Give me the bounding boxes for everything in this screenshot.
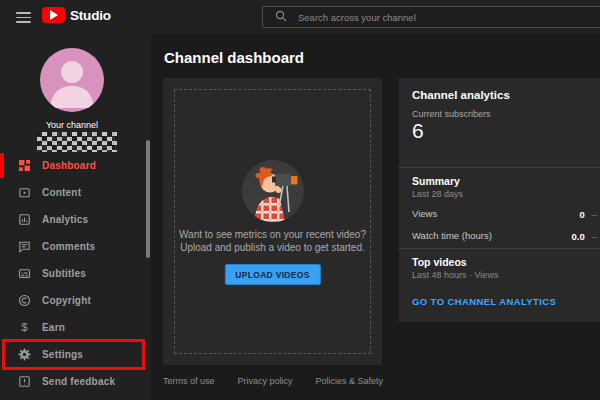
sidebar-item-label: Comments bbox=[42, 241, 95, 252]
earn-dollar-icon: $ bbox=[17, 321, 31, 335]
sidebar-item-send-feedback[interactable]: Send feedback bbox=[0, 368, 151, 395]
sidebar-item-label: Settings bbox=[42, 349, 83, 360]
analytics-card-title: Channel analytics bbox=[412, 89, 510, 101]
views-label: Views bbox=[412, 208, 437, 219]
sidebar-item-earn[interactable]: $ Earn bbox=[0, 314, 151, 341]
channel-name-redacted bbox=[37, 132, 117, 152]
go-to-channel-analytics-link[interactable]: GO TO CHANNEL ANALYTICS bbox=[412, 296, 556, 307]
hamburger-menu-icon[interactable] bbox=[16, 12, 31, 23]
svg-text:$: $ bbox=[21, 321, 28, 333]
sidebar-item-copyright[interactable]: Copyright bbox=[0, 287, 151, 314]
sidebar-item-label: Subtitles bbox=[42, 268, 86, 279]
sidebar-item-analytics[interactable]: Analytics bbox=[0, 206, 151, 233]
channel-analytics-card: Channel analytics Current subscribers 6 … bbox=[399, 78, 600, 322]
copyright-icon bbox=[17, 294, 31, 308]
watch-time-label: Watch time (hours) bbox=[412, 230, 492, 241]
views-value: 0 bbox=[579, 209, 584, 220]
topbar: Studio bbox=[0, 0, 600, 34]
views-row: Views 0– bbox=[412, 204, 597, 222]
analytics-icon bbox=[17, 213, 31, 227]
current-subscribers-value: 6 bbox=[412, 119, 424, 143]
empty-state-message: Want to see metrics on your recent video… bbox=[163, 228, 382, 254]
upload-videos-button[interactable]: UPLOAD VIDEOS bbox=[224, 264, 320, 285]
sidebar-item-label: Content bbox=[42, 187, 81, 198]
comments-icon bbox=[17, 240, 31, 254]
sidebar-item-content[interactable]: Content bbox=[0, 179, 151, 206]
divider bbox=[399, 167, 600, 168]
summary-title: Summary bbox=[412, 175, 460, 187]
top-videos-period: Last 48 hours · Views bbox=[412, 270, 498, 280]
policies-safety-link[interactable]: Policies & Safety bbox=[316, 376, 384, 386]
sidebar-item-label: Analytics bbox=[42, 214, 88, 225]
current-subscribers-label: Current subscribers bbox=[412, 109, 491, 119]
youtube-studio-logo[interactable]: Studio bbox=[42, 7, 111, 23]
sidebar: Your channel Dashboard Content bbox=[0, 34, 151, 400]
sidebar-item-label: Dashboard bbox=[42, 160, 96, 171]
content-icon bbox=[17, 186, 31, 200]
upload-videos-card: Want to see metrics on your recent video… bbox=[163, 78, 382, 365]
gear-icon bbox=[17, 348, 31, 362]
sidebar-menu: Dashboard Content Analytics bbox=[0, 152, 151, 395]
search-bar[interactable] bbox=[262, 6, 600, 28]
watch-time-trend: – bbox=[592, 231, 597, 242]
privacy-policy-link[interactable]: Privacy policy bbox=[238, 376, 293, 386]
sidebar-item-label: Send feedback bbox=[42, 376, 115, 387]
your-channel-label: Your channel bbox=[0, 120, 144, 130]
sidebar-scrollbar[interactable] bbox=[146, 140, 150, 258]
cameraman-illustration bbox=[242, 160, 304, 222]
divider bbox=[399, 248, 600, 249]
sidebar-item-dashboard[interactable]: Dashboard bbox=[0, 152, 151, 179]
terms-of-use-link[interactable]: Terms of use bbox=[163, 376, 215, 386]
watch-time-value: 0.0 bbox=[571, 231, 584, 242]
empty-state-line2: Upload and publish a video to get starte… bbox=[163, 241, 382, 254]
page-title: Channel dashboard bbox=[164, 49, 304, 66]
feedback-icon bbox=[17, 375, 31, 389]
youtube-play-icon bbox=[42, 7, 65, 23]
footer-links: Terms of use Privacy policy Policies & S… bbox=[163, 376, 383, 386]
sidebar-item-subtitles[interactable]: Subtitles bbox=[0, 260, 151, 287]
top-videos-title: Top videos bbox=[412, 256, 467, 268]
sidebar-item-label: Copyright bbox=[42, 295, 91, 306]
search-input[interactable] bbox=[298, 12, 600, 23]
sidebar-item-settings[interactable]: Settings bbox=[0, 341, 151, 368]
brand-label: Studio bbox=[70, 8, 111, 23]
views-trend: – bbox=[592, 209, 597, 220]
watch-time-row: Watch time (hours) 0.0– bbox=[412, 226, 597, 244]
summary-period: Last 28 days bbox=[412, 189, 463, 199]
subtitles-icon bbox=[17, 267, 31, 281]
dashboard-icon bbox=[17, 159, 31, 173]
search-icon bbox=[275, 8, 287, 26]
main-content: Channel dashboard bbox=[151, 34, 600, 400]
sidebar-item-comments[interactable]: Comments bbox=[0, 233, 151, 260]
sidebar-item-label: Earn bbox=[42, 322, 65, 333]
channel-avatar[interactable] bbox=[40, 48, 104, 112]
empty-state-line1: Want to see metrics on your recent video… bbox=[163, 228, 382, 241]
